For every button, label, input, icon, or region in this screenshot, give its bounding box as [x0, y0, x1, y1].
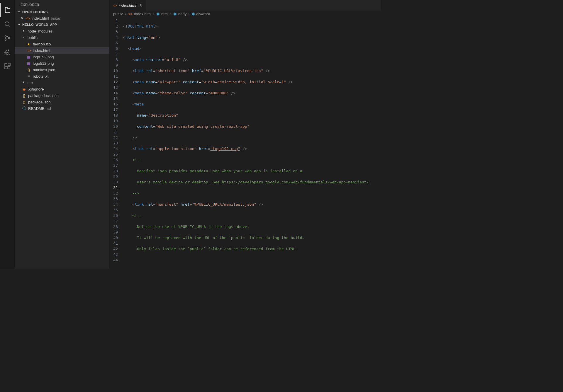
- svg-rect-6: [8, 67, 10, 69]
- element-icon: ⬢: [191, 12, 195, 16]
- chevron-right-icon: ›: [170, 12, 172, 16]
- favicon-icon: ★: [26, 42, 31, 46]
- chevron-right-icon: [22, 80, 26, 85]
- chevron-right-icon: ›: [188, 12, 189, 16]
- tree-file-readme[interactable]: ⓘ README.md: [15, 105, 109, 112]
- breadcrumb-item[interactable]: body: [178, 12, 186, 16]
- open-editor-item[interactable]: ✕ <> index.html public: [15, 15, 109, 21]
- svg-rect-7: [8, 63, 10, 66]
- text-file-icon: ≡: [26, 74, 31, 79]
- tree-folder-public[interactable]: public: [15, 34, 109, 41]
- html-file-icon: <>: [26, 16, 30, 21]
- tree-file-logo512[interactable]: ▦ logo512.png: [15, 60, 109, 67]
- tree-folder-node-modules[interactable]: node_modules: [15, 28, 109, 34]
- chevron-down-icon: [17, 10, 22, 14]
- tree-file-gitignore[interactable]: ◆ .gitignore: [15, 86, 109, 92]
- breadcrumbs[interactable]: public › <> index.html › ⬢ html › ⬢ body…: [109, 11, 381, 18]
- json-file-icon: {}: [26, 67, 31, 72]
- image-file-icon: ▦: [26, 61, 31, 66]
- svg-point-3: [9, 38, 10, 39]
- activity-source-control[interactable]: [0, 31, 15, 45]
- tree-file-package-json[interactable]: {} package.json: [15, 99, 109, 105]
- json-file-icon: {}: [22, 93, 26, 98]
- open-editors-section[interactable]: OPEN EDITORS: [15, 9, 109, 15]
- activity-bar: [0, 0, 15, 269]
- svg-point-2: [5, 39, 6, 41]
- html-file-icon: <>: [26, 48, 31, 53]
- tree-file-logo192[interactable]: ▦ logo192.png: [15, 54, 109, 60]
- breadcrumb-item[interactable]: html: [161, 12, 169, 16]
- chevron-right-icon: [22, 29, 26, 34]
- tree-file-package-lock[interactable]: {} package-lock.json: [15, 92, 109, 99]
- tab-index-html[interactable]: <> index.html ✕: [109, 0, 146, 11]
- activity-search[interactable]: [0, 17, 15, 31]
- close-icon[interactable]: ✕: [139, 3, 142, 8]
- svg-rect-5: [5, 67, 7, 69]
- tab-bar: <> index.html ✕: [109, 0, 381, 11]
- svg-rect-4: [5, 64, 7, 66]
- activity-explorer[interactable]: [0, 3, 15, 17]
- breadcrumb-item[interactable]: div#root: [196, 12, 210, 16]
- breadcrumb-item[interactable]: index.html: [134, 12, 152, 16]
- activity-extensions[interactable]: [0, 59, 15, 73]
- code-content[interactable]: <!DOCTYPE html> <html lang="en"> <head> …: [123, 18, 381, 269]
- chevron-right-icon: ›: [153, 12, 155, 16]
- activity-debug[interactable]: [0, 45, 15, 59]
- html-file-icon: <>: [128, 12, 132, 16]
- code-editor[interactable]: 1234567891011121314151617181920212223242…: [109, 18, 381, 269]
- workspace-section[interactable]: HELLO_WORLD_APP: [15, 21, 109, 28]
- info-file-icon: ⓘ: [22, 106, 26, 111]
- git-file-icon: ◆: [22, 87, 26, 91]
- explorer-sidebar: EXPLORER OPEN EDITORS ✕ <> index.html pu…: [15, 0, 109, 269]
- chevron-right-icon: ›: [125, 12, 126, 16]
- svg-point-0: [5, 22, 9, 26]
- chevron-down-icon: [17, 23, 22, 27]
- tree-file-index-html[interactable]: <> index.html: [15, 47, 109, 54]
- close-icon[interactable]: ✕: [21, 16, 24, 21]
- chevron-down-icon: [22, 35, 26, 40]
- tree-folder-src[interactable]: src: [15, 79, 109, 86]
- element-icon: ⬢: [156, 12, 160, 16]
- breadcrumb-item[interactable]: public: [113, 12, 123, 16]
- svg-point-1: [5, 36, 6, 37]
- element-icon: ⬢: [173, 12, 177, 16]
- tree-file-robots[interactable]: ≡ robots.txt: [15, 73, 109, 79]
- editor-area: <> index.html ✕ public › <> index.html ›…: [109, 0, 381, 269]
- tree-file-manifest[interactable]: {} manifest.json: [15, 67, 109, 73]
- sidebar-title: EXPLORER: [15, 0, 109, 9]
- line-number-gutter: 1234567891011121314151617181920212223242…: [109, 18, 123, 269]
- image-file-icon: ▦: [26, 54, 31, 59]
- json-file-icon: {}: [22, 100, 26, 104]
- tree-file-favicon[interactable]: ★ favicon.ico: [15, 41, 109, 47]
- html-file-icon: <>: [113, 3, 117, 8]
